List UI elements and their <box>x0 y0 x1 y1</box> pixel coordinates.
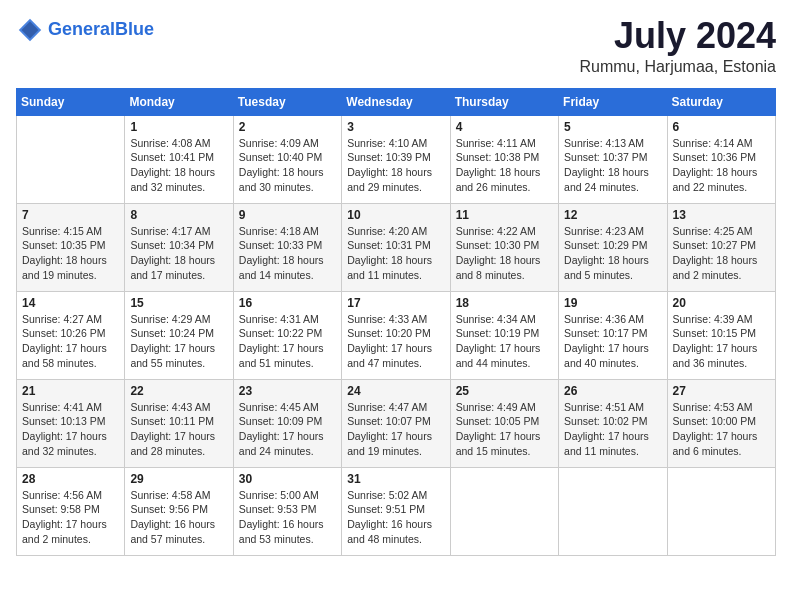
weekday-row: SundayMondayTuesdayWednesdayThursdayFrid… <box>17 88 776 115</box>
day-info: Sunrise: 4:53 AMSunset: 10:00 PMDaylight… <box>673 400 770 459</box>
calendar-cell: 24Sunrise: 4:47 AMSunset: 10:07 PMDaylig… <box>342 379 450 467</box>
location-title: Rummu, Harjumaa, Estonia <box>579 58 776 76</box>
day-info: Sunrise: 4:17 AMSunset: 10:34 PMDaylight… <box>130 224 227 283</box>
day-info: Sunrise: 5:00 AMSunset: 9:53 PMDaylight:… <box>239 488 336 547</box>
day-number: 31 <box>347 472 444 486</box>
calendar-cell: 19Sunrise: 4:36 AMSunset: 10:17 PMDaylig… <box>559 291 667 379</box>
day-number: 1 <box>130 120 227 134</box>
day-number: 20 <box>673 296 770 310</box>
week-row-2: 7Sunrise: 4:15 AMSunset: 10:35 PMDayligh… <box>17 203 776 291</box>
logo-line1: General <box>48 19 115 39</box>
day-info: Sunrise: 4:13 AMSunset: 10:37 PMDaylight… <box>564 136 661 195</box>
day-number: 2 <box>239 120 336 134</box>
calendar-cell: 7Sunrise: 4:15 AMSunset: 10:35 PMDayligh… <box>17 203 125 291</box>
day-number: 4 <box>456 120 553 134</box>
calendar-cell: 1Sunrise: 4:08 AMSunset: 10:41 PMDayligh… <box>125 115 233 203</box>
day-info: Sunrise: 4:31 AMSunset: 10:22 PMDaylight… <box>239 312 336 371</box>
title-block: July 2024 Rummu, Harjumaa, Estonia <box>579 16 776 76</box>
month-title: July 2024 <box>579 16 776 56</box>
day-info: Sunrise: 4:34 AMSunset: 10:19 PMDaylight… <box>456 312 553 371</box>
day-number: 6 <box>673 120 770 134</box>
logo-line2: Blue <box>115 19 154 39</box>
day-info: Sunrise: 4:22 AMSunset: 10:30 PMDaylight… <box>456 224 553 283</box>
day-number: 10 <box>347 208 444 222</box>
day-number: 15 <box>130 296 227 310</box>
logo-text: GeneralBlue <box>48 20 154 40</box>
day-number: 21 <box>22 384 119 398</box>
calendar-table: SundayMondayTuesdayWednesdayThursdayFrid… <box>16 88 776 556</box>
calendar-cell: 29Sunrise: 4:58 AMSunset: 9:56 PMDayligh… <box>125 467 233 555</box>
calendar-cell: 22Sunrise: 4:43 AMSunset: 10:11 PMDaylig… <box>125 379 233 467</box>
calendar-cell: 23Sunrise: 4:45 AMSunset: 10:09 PMDaylig… <box>233 379 341 467</box>
day-info: Sunrise: 4:51 AMSunset: 10:02 PMDaylight… <box>564 400 661 459</box>
week-row-1: 1Sunrise: 4:08 AMSunset: 10:41 PMDayligh… <box>17 115 776 203</box>
calendar-cell: 15Sunrise: 4:29 AMSunset: 10:24 PMDaylig… <box>125 291 233 379</box>
calendar-cell: 16Sunrise: 4:31 AMSunset: 10:22 PMDaylig… <box>233 291 341 379</box>
calendar-body: 1Sunrise: 4:08 AMSunset: 10:41 PMDayligh… <box>17 115 776 555</box>
logo-icon <box>16 16 44 44</box>
calendar-cell <box>17 115 125 203</box>
day-number: 8 <box>130 208 227 222</box>
day-info: Sunrise: 4:58 AMSunset: 9:56 PMDaylight:… <box>130 488 227 547</box>
day-number: 11 <box>456 208 553 222</box>
calendar-cell: 4Sunrise: 4:11 AMSunset: 10:38 PMDayligh… <box>450 115 558 203</box>
calendar-cell: 20Sunrise: 4:39 AMSunset: 10:15 PMDaylig… <box>667 291 775 379</box>
calendar-cell: 5Sunrise: 4:13 AMSunset: 10:37 PMDayligh… <box>559 115 667 203</box>
calendar-cell: 2Sunrise: 4:09 AMSunset: 10:40 PMDayligh… <box>233 115 341 203</box>
day-number: 26 <box>564 384 661 398</box>
calendar-cell: 25Sunrise: 4:49 AMSunset: 10:05 PMDaylig… <box>450 379 558 467</box>
day-number: 13 <box>673 208 770 222</box>
day-info: Sunrise: 4:15 AMSunset: 10:35 PMDaylight… <box>22 224 119 283</box>
day-number: 5 <box>564 120 661 134</box>
day-info: Sunrise: 4:47 AMSunset: 10:07 PMDaylight… <box>347 400 444 459</box>
calendar-cell: 14Sunrise: 4:27 AMSunset: 10:26 PMDaylig… <box>17 291 125 379</box>
day-number: 16 <box>239 296 336 310</box>
day-number: 23 <box>239 384 336 398</box>
day-number: 30 <box>239 472 336 486</box>
day-info: Sunrise: 4:45 AMSunset: 10:09 PMDaylight… <box>239 400 336 459</box>
calendar-cell: 30Sunrise: 5:00 AMSunset: 9:53 PMDayligh… <box>233 467 341 555</box>
day-number: 9 <box>239 208 336 222</box>
logo: GeneralBlue <box>16 16 154 44</box>
week-row-5: 28Sunrise: 4:56 AMSunset: 9:58 PMDayligh… <box>17 467 776 555</box>
day-info: Sunrise: 4:27 AMSunset: 10:26 PMDaylight… <box>22 312 119 371</box>
calendar-header: SundayMondayTuesdayWednesdayThursdayFrid… <box>17 88 776 115</box>
calendar-cell <box>667 467 775 555</box>
day-info: Sunrise: 4:41 AMSunset: 10:13 PMDaylight… <box>22 400 119 459</box>
calendar-cell: 27Sunrise: 4:53 AMSunset: 10:00 PMDaylig… <box>667 379 775 467</box>
day-number: 12 <box>564 208 661 222</box>
calendar-cell: 17Sunrise: 4:33 AMSunset: 10:20 PMDaylig… <box>342 291 450 379</box>
day-info: Sunrise: 4:25 AMSunset: 10:27 PMDaylight… <box>673 224 770 283</box>
day-info: Sunrise: 4:14 AMSunset: 10:36 PMDaylight… <box>673 136 770 195</box>
calendar-cell: 11Sunrise: 4:22 AMSunset: 10:30 PMDaylig… <box>450 203 558 291</box>
day-info: Sunrise: 4:18 AMSunset: 10:33 PMDaylight… <box>239 224 336 283</box>
day-number: 18 <box>456 296 553 310</box>
week-row-3: 14Sunrise: 4:27 AMSunset: 10:26 PMDaylig… <box>17 291 776 379</box>
day-info: Sunrise: 4:11 AMSunset: 10:38 PMDaylight… <box>456 136 553 195</box>
day-info: Sunrise: 4:36 AMSunset: 10:17 PMDaylight… <box>564 312 661 371</box>
day-number: 3 <box>347 120 444 134</box>
weekday-header-thursday: Thursday <box>450 88 558 115</box>
weekday-header-wednesday: Wednesday <box>342 88 450 115</box>
day-info: Sunrise: 4:39 AMSunset: 10:15 PMDaylight… <box>673 312 770 371</box>
calendar-cell: 28Sunrise: 4:56 AMSunset: 9:58 PMDayligh… <box>17 467 125 555</box>
calendar-cell: 13Sunrise: 4:25 AMSunset: 10:27 PMDaylig… <box>667 203 775 291</box>
page-header: GeneralBlue July 2024 Rummu, Harjumaa, E… <box>16 16 776 76</box>
calendar-cell: 6Sunrise: 4:14 AMSunset: 10:36 PMDayligh… <box>667 115 775 203</box>
weekday-header-sunday: Sunday <box>17 88 125 115</box>
day-number: 17 <box>347 296 444 310</box>
calendar-cell: 31Sunrise: 5:02 AMSunset: 9:51 PMDayligh… <box>342 467 450 555</box>
day-info: Sunrise: 4:08 AMSunset: 10:41 PMDaylight… <box>130 136 227 195</box>
day-info: Sunrise: 4:20 AMSunset: 10:31 PMDaylight… <box>347 224 444 283</box>
day-number: 28 <box>22 472 119 486</box>
weekday-header-monday: Monday <box>125 88 233 115</box>
day-info: Sunrise: 4:33 AMSunset: 10:20 PMDaylight… <box>347 312 444 371</box>
day-number: 25 <box>456 384 553 398</box>
day-info: Sunrise: 4:10 AMSunset: 10:39 PMDaylight… <box>347 136 444 195</box>
week-row-4: 21Sunrise: 4:41 AMSunset: 10:13 PMDaylig… <box>17 379 776 467</box>
calendar-cell: 26Sunrise: 4:51 AMSunset: 10:02 PMDaylig… <box>559 379 667 467</box>
day-info: Sunrise: 4:09 AMSunset: 10:40 PMDaylight… <box>239 136 336 195</box>
day-info: Sunrise: 4:23 AMSunset: 10:29 PMDaylight… <box>564 224 661 283</box>
day-number: 14 <box>22 296 119 310</box>
weekday-header-saturday: Saturday <box>667 88 775 115</box>
